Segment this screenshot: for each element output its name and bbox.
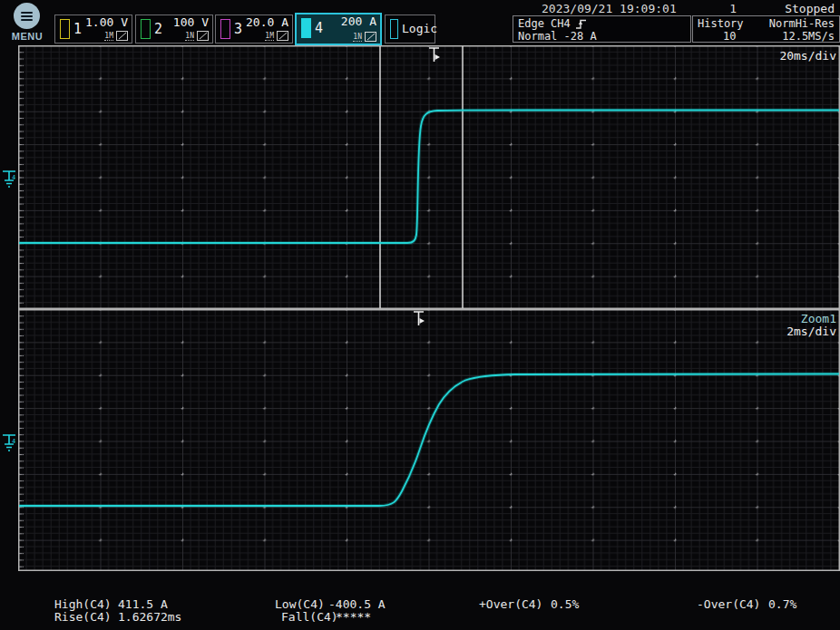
meas-low-value: -400.5 A [328, 597, 386, 611]
ch4-ground-level-marker[interactable]: 4 [2, 169, 18, 190]
meas-fall-value: ***** [336, 610, 371, 624]
oscilloscope-screen: MENU 1 1.00 V 1M 2 100 V 1N 3 20.0 A 1M … [0, 0, 840, 630]
zoom-graticule [18, 309, 840, 571]
sample-rate: 12.5MS/s [782, 30, 835, 43]
channel-4-scale-value: 200 A [341, 15, 376, 28]
trigger-mode-level: Normal -28 A [518, 30, 597, 43]
trigger-settings-box[interactable]: Edge CH4 Normal -28 A [513, 15, 691, 43]
ch4-zoom-ground-level-marker[interactable]: 4 [2, 432, 18, 454]
main-graticule [18, 45, 840, 309]
channel-2-number: 2 [154, 21, 162, 37]
probe-icon [197, 31, 209, 41]
meas-pover-label: +Over(C4) [479, 597, 542, 611]
meas-low-label: Low(C4) [275, 597, 325, 611]
channel-1-number: 1 [73, 21, 82, 37]
probe-icon [116, 31, 128, 41]
probe-icon [277, 31, 288, 41]
channel-4-number: 4 [315, 20, 323, 36]
meas-high-label: High(C4) [54, 597, 112, 611]
channel-2-box[interactable]: 2 100 V 1N [135, 15, 213, 44]
hamburger-menu-icon [14, 3, 40, 29]
channel-3-box[interactable]: 3 20.0 A 1M [215, 15, 293, 44]
logic-color-bar-icon [390, 19, 398, 39]
acq-mode: Norm [769, 17, 796, 30]
history-label: History [698, 17, 744, 30]
channel-1-scale-value: 1.00 V [85, 15, 128, 29]
rising-edge-trigger-icon [574, 18, 588, 30]
zoom-timebase-label: 2ms/div [786, 325, 836, 338]
main-trigger-position-marker[interactable] [427, 46, 442, 64]
channel-2-impedance-label: 1N [185, 32, 194, 41]
meas-nover-value: 0.7% [768, 597, 796, 611]
channel-4-impedance-label: 1N [353, 33, 362, 42]
logic-channel-box[interactable]: Logic [385, 15, 435, 44]
datetime-readout: 2023/09/21 19:09:01 [542, 2, 677, 15]
channel-1-impedance-label: 1M [104, 32, 113, 41]
main-timebase-label: 20ms/div [779, 49, 836, 63]
run-state-indicator: Stopped [785, 2, 835, 15]
logic-label: Logic [402, 22, 437, 35]
main-waveform-panel: 20ms/div [18, 45, 840, 309]
zoom-waveform-panel: Zoom1 2ms/div [18, 309, 840, 571]
meas-rise-label: Rise(C4) [54, 610, 112, 624]
channel-1-box[interactable]: 1 1.00 V 1M [54, 15, 132, 44]
meas-pover-value: 0.5% [551, 597, 579, 611]
channel-4-color-bar-icon [301, 18, 311, 38]
menu-button-label: MENU [7, 31, 47, 42]
channel-4-box-selected[interactable]: 4 200 A 1N [295, 13, 382, 45]
history-count: 10 [698, 30, 736, 43]
acquisition-info-box[interactable]: History NormHi-Res 10 12.5MS/s [692, 15, 840, 43]
channel-3-scale-value: 20.0 A [246, 15, 288, 29]
acquisition-count: 1 [709, 2, 737, 15]
meas-nover-label: -Over(C4) [697, 597, 760, 611]
channel-2-color-bar-icon [141, 19, 151, 39]
meas-fall-label: Fall(C4) [281, 610, 338, 624]
channel-1-color-bar-icon [60, 19, 70, 39]
meas-high-value: 411.5 A [118, 597, 168, 611]
channel-2-scale-value: 100 V [173, 15, 209, 29]
channel-3-color-bar-icon [220, 19, 230, 39]
channel-3-number: 3 [234, 21, 242, 37]
menu-button[interactable]: MENU [7, 1, 47, 44]
trigger-type-source: Edge CH4 [518, 17, 571, 30]
svg-text:4: 4 [12, 438, 15, 445]
probe-icon [365, 32, 376, 42]
zoom-window-label: Zoom1 [801, 312, 836, 325]
meas-rise-value: 1.62672ms [118, 610, 181, 624]
zoom-trigger-position-marker[interactable] [412, 310, 426, 328]
svg-text:4: 4 [12, 174, 15, 181]
acq-resolution: Hi-Res [796, 17, 835, 30]
channel-3-impedance-label: 1M [265, 32, 274, 41]
